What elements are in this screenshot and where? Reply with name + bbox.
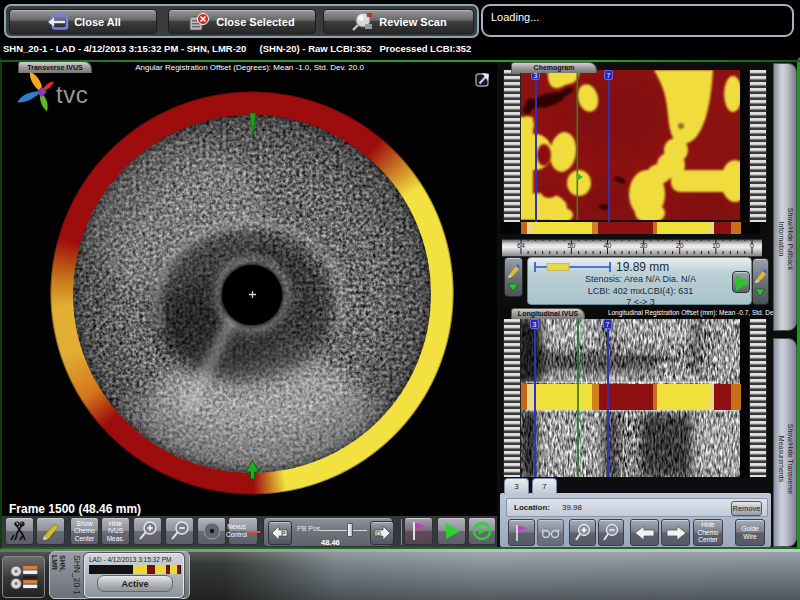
- svg-text:D: D: [376, 530, 381, 537]
- svg-text:P: P: [281, 530, 286, 537]
